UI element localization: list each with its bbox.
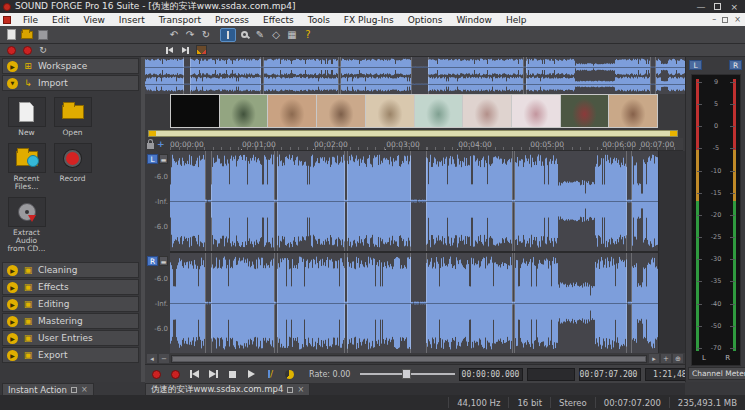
go-to-start-button[interactable] [161,45,177,56]
import-record-button[interactable]: Record [52,143,93,191]
horizontal-scrollbar[interactable] [171,355,647,363]
lock-icon[interactable] [147,143,154,149]
expand-arrow-icon[interactable]: ▶ [7,265,18,276]
video-thumbnail-strip[interactable] [170,94,658,128]
video-thumbnail[interactable] [171,95,219,127]
record-remote-button[interactable] [3,45,19,56]
record-button[interactable] [19,45,35,56]
panel-restore-icon[interactable] [71,387,77,393]
channel-meters-tab[interactable]: Channel Meters [688,367,745,380]
import-recent-files-button[interactable]: Recent Files... [6,143,47,191]
doc-restore-icon[interactable] [287,387,293,393]
zoom-fit-button[interactable]: ⊕ [673,354,683,363]
menu-fx-plugins[interactable]: FX Plug-Ins [337,15,401,25]
sidebar-section[interactable]: ▶ ▣ Editing [2,296,139,312]
collapse-arrow-icon[interactable]: ▼ [7,78,18,89]
video-thumbnail[interactable] [609,95,657,127]
doc-minimize-button[interactable]: – [712,15,716,24]
import-open-button[interactable]: Open [52,97,93,137]
video-thumbnail[interactable] [463,95,511,127]
event-tool-button[interactable]: ▦ [284,28,300,42]
expand-arrow-icon[interactable]: ▶ [7,299,18,310]
channel-l-minimize-button[interactable]: ▬ [159,154,168,164]
loop-start-marker[interactable] [149,131,156,136]
time-ruler[interactable]: 00:00:0000:01:0000:02:0000:03:0000:04:00… [170,138,683,151]
restore-button[interactable] [714,3,721,10]
play-as-cursor-button[interactable]: / [263,368,278,381]
expand-arrow-icon[interactable]: ▶ [7,333,18,344]
menu-file[interactable]: File [16,15,45,25]
level-meter[interactable]: 950-5-10-15-20-25-30-35-40-50-70 L R [691,74,741,366]
rate-slider[interactable] [360,369,455,379]
plugin-chain-button[interactable] [193,45,209,56]
right-channel-waveform[interactable] [170,253,658,353]
channel-r-minimize-button[interactable]: ▬ [159,256,168,266]
end-time-display[interactable]: 00:07:07.200 [579,368,641,381]
loop-playback-button[interactable]: ↻ [35,45,51,56]
scrub-control[interactable] [282,368,297,381]
edit-tool-button[interactable] [220,28,236,42]
menu-options[interactable]: Options [401,15,450,25]
meter-r-button[interactable]: R [729,60,742,70]
scroll-left-button[interactable]: ◂ [147,354,157,363]
pencil-tool-button[interactable]: ✎ [252,28,268,42]
sidebar-section[interactable]: ▶ ▣ User Entries [2,330,139,346]
channel-r-button[interactable]: R [147,256,158,266]
undo-button[interactable]: ↶ [166,28,182,42]
expand-arrow-icon[interactable]: ▶ [7,316,18,327]
loop-region-bar[interactable] [148,130,678,137]
sidebar-section[interactable]: ▶ ▣ Effects [2,279,139,295]
minimize-button[interactable]: — [696,2,705,12]
overview-waveform[interactable] [145,57,685,94]
video-thumbnail[interactable] [415,95,463,127]
save-button[interactable] [35,28,51,42]
dock-icon[interactable]: + [157,140,165,149]
expand-arrow-icon[interactable]: ▶ [7,61,18,72]
video-thumbnail[interactable] [512,95,560,127]
stop-button[interactable] [225,368,240,381]
video-thumbnail[interactable] [317,95,365,127]
menu-process[interactable]: Process [208,15,256,25]
magnify-tool-button[interactable] [236,28,252,42]
redo-button[interactable]: ↷ [182,28,198,42]
play-button[interactable] [244,368,259,381]
go-to-end-button[interactable] [177,45,193,56]
sidebar-section[interactable]: ▶ ▣ Cleaning [2,262,139,278]
envelope-tool-button[interactable]: ◇ [268,28,284,42]
doc-close-button[interactable]: × [734,15,741,24]
repeat-button[interactable]: ↻ [198,28,214,42]
open-button[interactable] [19,28,35,42]
import-extract-cd-button[interactable]: Extract Audio from CD... [6,197,47,253]
video-thumbnail[interactable] [366,95,414,127]
left-channel-waveform[interactable] [170,151,658,251]
doc-restore-button[interactable] [722,17,728,23]
selection-time-display[interactable] [527,368,575,381]
scrollbar-thumb[interactable] [173,357,645,361]
new-file-button[interactable] [3,28,19,42]
zoom-in-time-button[interactable]: + [661,354,671,363]
menu-window[interactable]: Window [449,15,499,25]
menu-view[interactable]: View [77,15,112,25]
expand-arrow-icon[interactable]: ▶ [7,350,18,361]
menu-help[interactable]: Help [499,15,534,25]
menu-insert[interactable]: Insert [112,15,152,25]
import-new-button[interactable]: New [6,97,47,137]
sidebar-section[interactable]: ▶ ▣ Export [2,347,139,363]
record-button[interactable] [168,368,183,381]
sidebar-section-import[interactable]: ▼ ↳ Import [2,75,139,91]
zoom-out-time-button[interactable]: − [159,354,169,363]
sidebar-section-workspace[interactable]: ▶ ⊞ Workspace [2,58,139,74]
meter-l-button[interactable]: L [689,60,702,70]
channel-l-button[interactable]: L [147,154,158,164]
loop-end-marker[interactable] [670,131,677,136]
menu-effects[interactable]: Effects [256,15,301,25]
record-remote-button[interactable] [149,368,164,381]
whats-this-help-button[interactable]: ? [300,28,316,42]
panel-close-icon[interactable]: × [81,385,88,394]
menu-edit[interactable]: Edit [45,15,76,25]
video-thumbnail[interactable] [220,95,268,127]
sidebar-section[interactable]: ▶ ▣ Mastering [2,313,139,329]
video-thumbnail[interactable] [561,95,609,127]
doc-close-icon[interactable]: × [297,385,304,394]
next-button[interactable] [206,368,221,381]
